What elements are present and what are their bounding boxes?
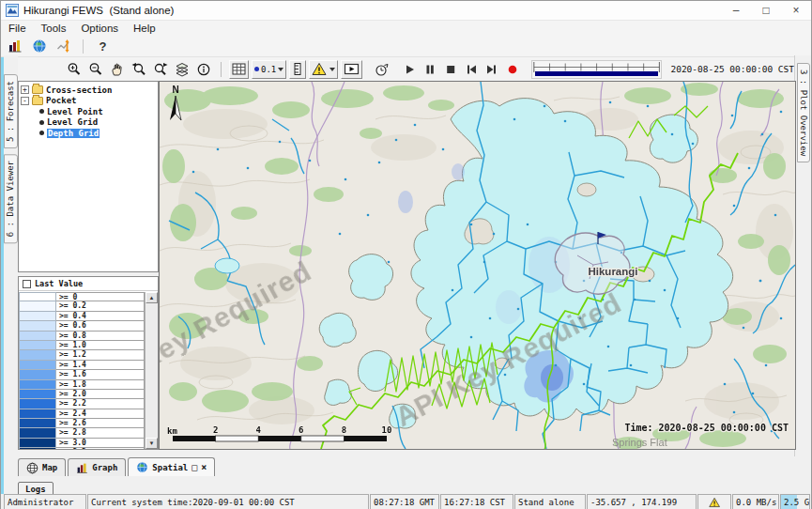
tab-map[interactable]: Map: [18, 458, 66, 476]
legend-label: >= 0.6: [56, 321, 145, 331]
tree-item-depth-grid[interactable]: Depth Grid: [21, 128, 156, 139]
time-slider[interactable]: [531, 60, 662, 79]
map-view[interactable]: API Key Required API Key Required Hikura…: [159, 81, 796, 450]
legend-row: >= 0.2: [19, 301, 145, 311]
legend-label: >= 2.2: [56, 399, 145, 409]
legend-scrollbar[interactable]: ▲ ▼: [145, 292, 158, 449]
expander-collapsed-icon[interactable]: +: [21, 85, 29, 94]
legend-swatch: [19, 448, 56, 449]
maximize-button[interactable]: □: [751, 1, 781, 20]
main-toolbar: ?: [1, 36, 811, 57]
menu-bar: File Tools Options Help: [1, 21, 811, 36]
zoom-out-button[interactable]: [86, 61, 105, 78]
bar-chart-icon: [76, 462, 88, 474]
zoom-next-icon: [153, 62, 168, 77]
tree-item-cross-section[interactable]: + Cross-section: [21, 85, 156, 96]
close-panel-icon[interactable]: ×: [201, 463, 207, 472]
animation-timer-button[interactable]: [373, 61, 391, 78]
tree-item-level-grid[interactable]: Level Grid: [21, 117, 156, 129]
left-panel: + Cross-section - Pocket Level Point Lev…: [18, 81, 159, 450]
tree-item-level-point[interactable]: Level Point: [21, 106, 156, 117]
app-icon: [6, 4, 19, 17]
town-label: Hikurangi: [588, 266, 637, 277]
legend-swatch: [19, 370, 56, 379]
close-button[interactable]: ×: [781, 1, 811, 20]
current-time-label: 2020-08-25 00:00:00 CST: [670, 64, 796, 74]
status-mode: Stand alone: [514, 494, 586, 509]
stop-button[interactable]: [441, 61, 459, 78]
tab-spatial[interactable]: Spatial □ ×: [128, 457, 215, 476]
database-display-button[interactable]: [55, 39, 71, 54]
status-warning[interactable]: [697, 494, 731, 509]
tab-data-viewer[interactable]: 6 : Data Viewer: [4, 154, 18, 243]
pause-button[interactable]: [421, 61, 438, 78]
threshold-dropdown[interactable]: 0.1: [252, 60, 286, 79]
legend-label: >= 2.0: [56, 390, 145, 399]
menu-file[interactable]: File: [8, 23, 26, 34]
legend-swatch: [19, 301, 56, 311]
map-toolbar: 0.1 2020-08-25 00:00:00 C: [18, 57, 796, 81]
minimize-button[interactable]: –: [721, 1, 751, 20]
scroll-up-icon[interactable]: ▲: [146, 292, 158, 303]
legend-row: >= 2.4: [19, 409, 145, 419]
tab-forecast[interactable]: 5 : Forecast: [4, 74, 18, 148]
previous-zoom-button[interactable]: [130, 61, 148, 78]
globe-icon: [32, 39, 47, 54]
stop-icon: [444, 63, 457, 76]
go-to-end-button[interactable]: [483, 61, 500, 78]
last-value-checkbox[interactable]: [23, 280, 31, 288]
expander-expanded-icon[interactable]: -: [21, 97, 29, 105]
zoom-out-icon: [88, 62, 103, 77]
zoom-in-icon: [67, 62, 82, 77]
grid-display-button[interactable]: [229, 60, 249, 79]
clock-icon: [375, 62, 390, 77]
map-canvas: API Key Required API Key Required Hikura…: [160, 82, 795, 449]
map-display-button[interactable]: [31, 39, 47, 54]
info-button[interactable]: [194, 61, 213, 78]
node-bullet-icon: [39, 120, 44, 125]
legend-panel: Last Value >= 0 >= 0.2 >= 0.4 >= 0.6 >= …: [18, 276, 159, 450]
layers-button[interactable]: [173, 61, 192, 78]
legend-row: >= 0: [19, 292, 145, 301]
legend-row: >= 2.0: [19, 390, 145, 399]
tab-plot-overview[interactable]: 3 : Plot Overview: [797, 63, 810, 162]
status-user: Administrator: [4, 494, 86, 509]
legend-row: >= 3.2: [19, 448, 145, 449]
globe-icon: [136, 461, 148, 473]
help-button[interactable]: ?: [95, 39, 111, 54]
legend-label: >= 1.2: [56, 350, 145, 360]
animation-panel-button[interactable]: [341, 60, 362, 79]
node-bullet-icon: [39, 109, 44, 114]
next-zoom-button[interactable]: [151, 61, 170, 78]
tab-graph[interactable]: Graph: [68, 458, 126, 476]
ruler-icon: [292, 62, 303, 76]
legend-row: >= 2.2: [19, 399, 145, 409]
explorer-button[interactable]: [7, 39, 23, 54]
tree-item-label: Pocket: [46, 96, 77, 105]
tree-item-pocket[interactable]: - Pocket: [21, 96, 156, 107]
legend-row: >= 0.8: [19, 332, 145, 341]
maximize-panel-icon[interactable]: □: [192, 463, 197, 472]
bar-chart-icon: [8, 39, 23, 54]
threshold-dot-icon: [254, 67, 259, 71]
warning-icon: [709, 497, 721, 508]
go-to-start-button[interactable]: [462, 61, 480, 78]
menu-help[interactable]: Help: [133, 23, 156, 34]
menu-tools[interactable]: Tools: [41, 23, 67, 34]
vertical-scale-button[interactable]: [289, 60, 306, 79]
legend-row: >= 0.4: [19, 312, 145, 321]
menu-options[interactable]: Options: [81, 23, 118, 34]
scale-unit: km: [167, 426, 177, 436]
pan-button[interactable]: [108, 61, 127, 78]
zoom-in-button[interactable]: [65, 61, 84, 78]
application-window: Hikurangi FEWS (Stand alone) – □ × File …: [0, 0, 812, 509]
warnings-dropdown[interactable]: [309, 60, 338, 79]
scroll-down-icon[interactable]: ▼: [146, 438, 158, 449]
map-time-label: Time: 2020-08-25 00:00:00 CST: [624, 423, 789, 433]
legend-row: >= 1.0: [19, 341, 145, 350]
record-button[interactable]: [503, 61, 521, 78]
play-button[interactable]: [400, 61, 418, 78]
legend-row: >= 1.8: [19, 380, 145, 390]
status-bar: Administrator Current system time:2020-0…: [1, 494, 811, 509]
info-icon: [196, 62, 211, 77]
